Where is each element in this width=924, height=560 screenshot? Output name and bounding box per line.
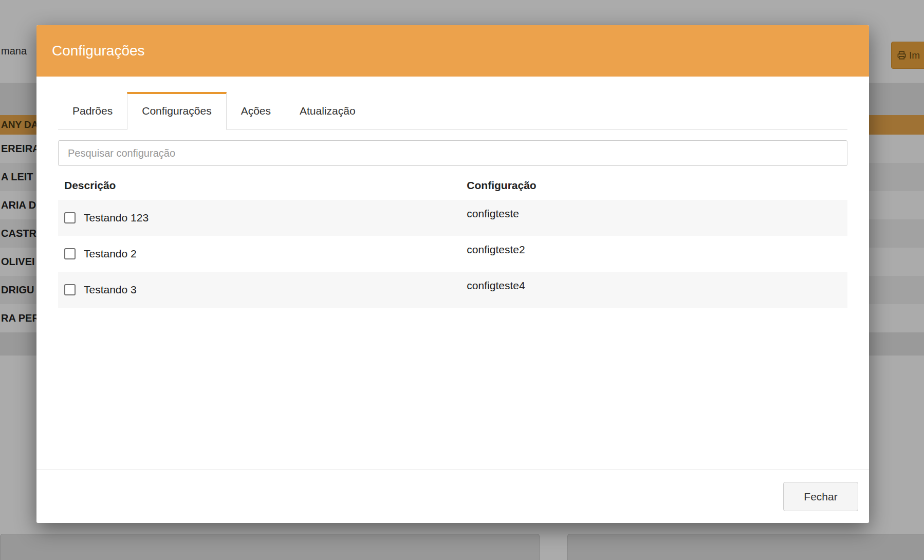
tab-atualizacao[interactable]: Atualização	[285, 92, 370, 129]
modal-footer: Fechar	[36, 470, 869, 523]
row-checkbox[interactable]	[64, 212, 76, 223]
row-configuration: configteste4	[460, 272, 847, 292]
search-input[interactable]	[58, 140, 847, 166]
tab-configuracoes[interactable]: Configurações	[127, 92, 226, 130]
row-checkbox[interactable]	[64, 248, 76, 259]
tab-padroes[interactable]: Padrões	[58, 92, 127, 129]
tab-bar: Padrões Configurações Ações Atualização	[58, 92, 847, 130]
row-description: Testando 2	[84, 248, 137, 260]
row-configuration: configteste	[460, 200, 847, 220]
settings-table: Testando 123 configteste Testando 2 conf…	[58, 200, 847, 308]
table-row: Testando 2 configteste2	[58, 236, 847, 272]
row-configuration: configteste2	[460, 236, 847, 256]
modal-header: Configurações	[36, 25, 869, 77]
table-header-row: Descrição Configuração	[58, 166, 847, 200]
row-checkbox[interactable]	[64, 284, 76, 295]
modal-body: Padrões Configurações Ações Atualização …	[36, 92, 869, 308]
column-header-configuration: Configuração	[460, 179, 847, 192]
modal-title: Configurações	[52, 43, 145, 59]
close-button[interactable]: Fechar	[783, 482, 858, 511]
row-description: Testando 123	[84, 212, 149, 224]
row-description: Testando 3	[84, 284, 137, 296]
table-row: Testando 3 configteste4	[58, 272, 847, 308]
table-row: Testando 123 configteste	[58, 200, 847, 236]
settings-modal: Configurações Padrões Configurações Açõe…	[36, 25, 869, 523]
tab-acoes[interactable]: Ações	[227, 92, 285, 129]
column-header-description: Descrição	[58, 179, 460, 192]
